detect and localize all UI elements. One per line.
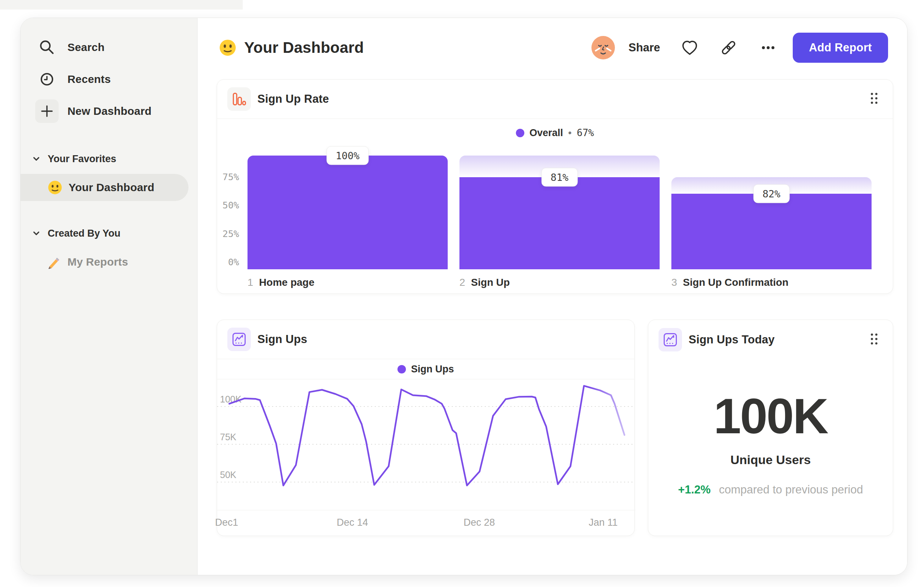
copy-link-icon[interactable] — [719, 38, 738, 57]
card-sign-ups-today: Sign Ups Today 100K Unique Users +1.2% c… — [648, 319, 893, 536]
sidebar-section-created-by-you[interactable]: Created By You — [31, 224, 120, 243]
x-axis-tick-label: Dec 14 — [337, 517, 368, 528]
funnel-y-tick: 75% — [219, 171, 239, 183]
add-report-button[interactable]: Add Report — [793, 33, 888, 63]
bar-value-label: 82% — [754, 185, 790, 203]
plus-icon — [35, 99, 59, 123]
funnel-bar-value — [459, 177, 660, 269]
clock-icon — [35, 70, 59, 89]
sidebar-item-recents[interactable]: Recents — [35, 68, 111, 91]
line-chart-plot[interactable]: 100K75K50K — [217, 379, 635, 510]
sidebar: Search Recents New Dashboard Your Favori… — [21, 18, 198, 575]
line-series-sign-ups[interactable] — [229, 386, 624, 486]
stat-value: 100K — [648, 388, 893, 445]
line-chart-icon — [658, 328, 682, 351]
step-name: Sign Up Confirmation — [683, 277, 789, 288]
bar-value-label: 81% — [541, 168, 578, 186]
funnel-x-label: 1Home page — [248, 277, 315, 288]
step-name: Sign Up — [471, 277, 510, 288]
funnel-legend[interactable]: Overall • 67% — [217, 124, 893, 142]
chevron-down-icon — [31, 228, 41, 238]
funnel-bar-2[interactable]: 81% — [459, 155, 660, 269]
app-window: Search Recents New Dashboard Your Favori… — [20, 18, 908, 575]
legend-dot — [398, 365, 406, 374]
section-title: Your Favorites — [48, 153, 116, 165]
legend-value: 67% — [577, 127, 594, 138]
section-title: Created By You — [48, 228, 120, 239]
chevron-down-icon — [31, 154, 41, 164]
screen: Search Recents New Dashboard Your Favori… — [0, 0, 924, 587]
card-sign-up-rate: Sign Up Rate Overall • 67% 100%81%82%1Ho… — [217, 79, 893, 294]
line-legend[interactable]: Sign Ups — [217, 359, 634, 379]
sidebar-item-my-reports[interactable]: My Reports — [46, 249, 128, 275]
sidebar-item-your-dashboard[interactable]: Your Dashboard — [47, 174, 154, 201]
x-axis-tick-label: Jan 11 — [589, 517, 617, 528]
step-name: Home page — [259, 277, 315, 288]
stat-subtitle: Unique Users — [648, 453, 893, 467]
funnel-y-tick: 25% — [219, 228, 239, 240]
line-chart-x-axis: Dec1Dec 14Dec 28Jan 11 — [217, 510, 634, 535]
stat-delta: +1.2% — [678, 483, 711, 496]
line-chart-icon — [227, 327, 251, 351]
avatar[interactable] — [591, 36, 615, 60]
main-content: Your Dashboard Share Add Repor — [198, 18, 907, 575]
card-title: Sign Ups Today — [689, 333, 775, 346]
stat-delta-note: compared to previous period — [719, 483, 863, 496]
funnel-x-label: 3Sign Up Confirmation — [672, 277, 788, 288]
favorite-heart-icon[interactable] — [681, 38, 699, 57]
sidebar-item-new-dashboard[interactable]: New Dashboard — [35, 99, 152, 123]
slightly-smiling-face-emoji — [47, 180, 63, 195]
y-axis-tick-label: 75K — [220, 432, 236, 442]
search-icon — [35, 38, 59, 57]
bar-value-label: 100% — [326, 146, 368, 165]
legend-series-name: Overall — [530, 127, 563, 139]
step-number: 1 — [248, 277, 253, 288]
funnel-y-tick: 50% — [219, 200, 239, 211]
sidebar-section-your-favorites[interactable]: Your Favorites — [31, 149, 116, 169]
step-number: 3 — [672, 277, 677, 288]
bar-chart-icon — [227, 87, 251, 111]
funnel-bar-value — [672, 194, 871, 269]
drag-handle-icon[interactable] — [866, 329, 883, 351]
card-sign-ups: Sign Ups Sign Ups 100K75K50K Dec1Dec 14D… — [217, 319, 635, 536]
legend-dot — [516, 129, 524, 137]
x-axis-tick-label: Dec 28 — [464, 517, 495, 528]
funnel-y-tick: 0% — [219, 256, 239, 268]
funnel-plot-area: 100%81%82% — [248, 155, 871, 269]
step-number: 2 — [459, 277, 465, 288]
stat-delta-row: +1.2% compared to previous period — [648, 483, 893, 496]
page-title: Your Dashboard — [244, 39, 364, 56]
header-actions: Share Add Report — [591, 33, 888, 63]
card-header: Sign Up Rate — [217, 79, 893, 119]
top-strip — [0, 0, 243, 10]
y-axis-tick-label: 50K — [220, 470, 236, 480]
funnel-bar-1[interactable]: 100% — [248, 155, 448, 269]
sidebar-item-search[interactable]: Search — [35, 36, 104, 59]
sidebar-item-label: My Reports — [68, 256, 128, 268]
sidebar-item-label: New Dashboard — [68, 105, 152, 117]
share-button[interactable]: Share — [629, 41, 660, 54]
funnel-bar-value — [248, 155, 448, 269]
card-title: Sign Up Rate — [257, 93, 329, 106]
legend-separator: • — [568, 127, 572, 139]
funnel-bar-3[interactable]: 82% — [672, 177, 871, 269]
sidebar-item-label: Recents — [68, 73, 111, 86]
legend-series-name: Sign Ups — [411, 364, 454, 375]
funnel-x-label: 2Sign Up — [459, 277, 510, 288]
dashboard-header: Your Dashboard Share Add Repor — [219, 33, 888, 63]
more-options-icon[interactable] — [758, 38, 778, 57]
pencil-emoji — [46, 254, 62, 270]
x-axis-tick-label: Dec1 — [215, 517, 238, 528]
card-header: Sign Ups Today — [648, 320, 893, 359]
sidebar-item-label: Search — [68, 41, 104, 54]
card-title: Sign Ups — [257, 333, 307, 346]
drag-handle-icon[interactable] — [866, 88, 883, 110]
slightly-smiling-face-emoji — [219, 38, 237, 57]
card-header: Sign Ups — [217, 320, 634, 359]
sidebar-item-label: Your Dashboard — [69, 181, 154, 194]
